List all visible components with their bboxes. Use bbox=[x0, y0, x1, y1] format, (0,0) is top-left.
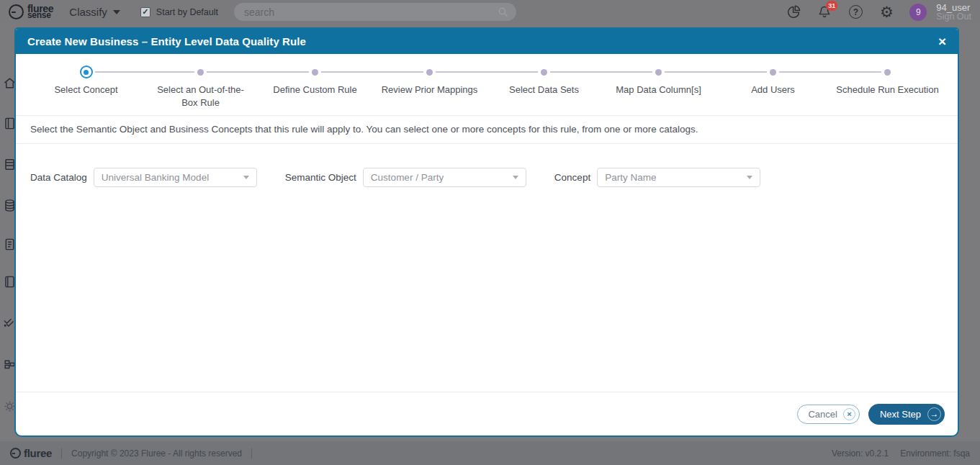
avatar-initial: 9 bbox=[916, 7, 921, 17]
question-glyph: ? bbox=[853, 7, 858, 17]
notification-count-badge: 31 bbox=[826, 1, 837, 11]
semantic-object-select[interactable]: Customer / Party bbox=[363, 168, 526, 187]
search-container bbox=[234, 3, 516, 21]
start-by-default-label: Start by Default bbox=[156, 7, 218, 17]
step-indicator bbox=[770, 69, 776, 76]
settings-gear-icon[interactable]: ⚙ bbox=[878, 4, 894, 20]
step-label: Add Users bbox=[716, 83, 830, 96]
cancel-button[interactable]: Cancel × bbox=[797, 405, 859, 424]
create-rule-modal: Create New Business – Entity Level Data … bbox=[14, 27, 959, 437]
brand-line2: sense bbox=[27, 12, 53, 19]
step-label: Review Prior Mappings bbox=[372, 83, 487, 96]
gear-glyph: ⚙ bbox=[880, 4, 894, 19]
top-navigation-bar: fluree sense Classify ✓ Start by Default bbox=[0, 0, 980, 24]
data-catalog-field: Data Catalog Universal Banking Model bbox=[30, 168, 257, 187]
documents-icon[interactable] bbox=[3, 237, 15, 255]
step-out-of-box-rule[interactable]: Select an Out-of-the-Box Rule bbox=[143, 65, 258, 109]
catalog-icon[interactable] bbox=[3, 116, 15, 134]
step-indicator-active bbox=[80, 66, 93, 78]
step-label: Select an Out-of-the-Box Rule bbox=[143, 83, 258, 109]
check-icon: ✓ bbox=[142, 7, 148, 17]
modal-header: Create New Business – Entity Level Data … bbox=[16, 29, 958, 54]
step-description: Select the Semantic Object and Business … bbox=[16, 115, 958, 144]
user-avatar[interactable]: 9 bbox=[909, 4, 927, 21]
data-catalog-label: Data Catalog bbox=[30, 172, 87, 183]
chevron-down-icon bbox=[513, 176, 518, 179]
cancel-label: Cancel bbox=[808, 409, 837, 420]
concept-selection-form: Data Catalog Universal Banking Model Sem… bbox=[16, 144, 958, 392]
ledger-icon[interactable] bbox=[3, 274, 15, 292]
footer-brand: fluree bbox=[24, 447, 52, 459]
chevron-down-icon bbox=[243, 176, 249, 179]
semantic-object-label: Semantic Object bbox=[285, 172, 356, 183]
concept-select[interactable]: Party Name bbox=[597, 168, 760, 187]
start-by-default-option: ✓ Start by Default bbox=[140, 7, 218, 17]
step-select-data-sets[interactable]: Select Data Sets bbox=[487, 65, 601, 109]
fluree-logo-icon bbox=[9, 4, 24, 19]
start-by-default-checkbox[interactable]: ✓ bbox=[140, 7, 150, 17]
sign-out-link[interactable]: Sign Out bbox=[936, 12, 971, 22]
step-label: Schedule Run Execution bbox=[830, 83, 945, 96]
classify-menu[interactable]: Classify bbox=[69, 6, 120, 18]
concept-value: Party Name bbox=[605, 172, 656, 183]
arrow-right-icon: → bbox=[927, 407, 941, 421]
step-review-prior-mappings[interactable]: Review Prior Mappings bbox=[372, 65, 487, 109]
step-indicator bbox=[426, 69, 433, 76]
rules-icon[interactable] bbox=[3, 157, 15, 175]
fluree-sense-wordmark: fluree sense bbox=[27, 5, 53, 19]
footer-divider bbox=[61, 448, 62, 459]
search-icon bbox=[497, 6, 509, 21]
modal-title: Create New Business – Entity Level Data … bbox=[27, 35, 306, 48]
footer-meta: Version: v0.2.1 Environment: fsqa bbox=[832, 448, 970, 459]
copyright-text: Copyright © 2023 Fluree - All rights res… bbox=[71, 448, 242, 459]
usage-chart-icon[interactable] bbox=[786, 4, 801, 20]
step-label: Define Custom Rule bbox=[258, 83, 372, 96]
workflow-icon[interactable] bbox=[3, 358, 15, 376]
step-map-data-columns[interactable]: Map Data Column[s] bbox=[601, 65, 716, 109]
help-icon[interactable]: ? bbox=[848, 4, 863, 20]
classify-menu-label: Classify bbox=[69, 6, 107, 18]
modal-footer: Cancel × Next Step → bbox=[16, 392, 958, 435]
data-catalog-select[interactable]: Universal Banking Model bbox=[94, 168, 257, 187]
fluree-sense-logo[interactable]: fluree sense bbox=[9, 4, 53, 19]
data-catalog-value: Universal Banking Model bbox=[102, 172, 209, 183]
chevron-down-icon bbox=[747, 176, 752, 179]
user-block: 94_user Sign Out bbox=[936, 3, 971, 22]
admin-settings-icon[interactable] bbox=[3, 399, 15, 417]
cancel-x-icon: × bbox=[843, 408, 855, 420]
environment-label: Environment: fsqa bbox=[900, 448, 970, 459]
footer-divider bbox=[251, 448, 252, 459]
footer-status-bar: fluree Copyright © 2023 Fluree - All rig… bbox=[0, 441, 980, 465]
next-step-button[interactable]: Next Step → bbox=[868, 404, 945, 425]
database-icon[interactable] bbox=[3, 198, 15, 216]
step-define-custom-rule[interactable]: Define Custom Rule bbox=[258, 65, 372, 109]
step-indicator bbox=[312, 69, 318, 76]
step-select-concept[interactable]: Select Concept bbox=[29, 65, 143, 109]
semantic-object-field: Semantic Object Customer / Party bbox=[285, 168, 526, 187]
step-schedule-run-execution[interactable]: Schedule Run Execution bbox=[830, 65, 945, 109]
concept-field: Concept Party Name bbox=[554, 168, 760, 187]
close-icon[interactable]: × bbox=[938, 35, 946, 48]
tasks-icon[interactable] bbox=[3, 315, 15, 333]
step-indicator bbox=[655, 69, 662, 76]
step-indicator bbox=[884, 69, 891, 76]
step-add-users[interactable]: Add Users bbox=[716, 65, 830, 109]
step-label: Map Data Column[s] bbox=[601, 83, 716, 96]
concept-label: Concept bbox=[554, 172, 590, 183]
username-label: 94_user bbox=[936, 3, 971, 12]
chevron-down-icon bbox=[113, 10, 120, 14]
step-label: Select Concept bbox=[29, 83, 143, 96]
next-step-label: Next Step bbox=[880, 409, 921, 420]
wizard-stepper: Select Concept Select an Out-of-the-Box … bbox=[16, 54, 958, 115]
semantic-object-value: Customer / Party bbox=[371, 172, 444, 183]
left-sidebar bbox=[0, 24, 15, 441]
step-indicator bbox=[197, 69, 204, 76]
search-input[interactable] bbox=[234, 3, 516, 21]
step-label: Select Data Sets bbox=[487, 83, 601, 96]
fluree-logo-icon bbox=[10, 448, 21, 459]
notifications-bell-icon[interactable]: 31 bbox=[817, 4, 832, 20]
home-icon[interactable] bbox=[3, 76, 15, 94]
step-indicator bbox=[541, 69, 547, 76]
version-label: Version: v0.2.1 bbox=[832, 448, 889, 459]
topbar-actions: 31 ? ⚙ 9 94_user Sign Out bbox=[786, 3, 971, 22]
